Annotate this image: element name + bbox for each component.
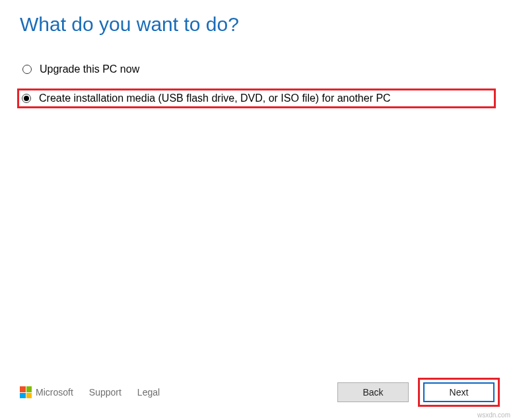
footer: Microsoft Support Legal Back Next: [20, 378, 500, 407]
back-button-wrap: Back: [337, 382, 409, 402]
microsoft-logo-icon: [20, 386, 32, 398]
footer-left: Microsoft Support Legal: [20, 386, 160, 398]
option-label: Upgrade this PC now: [40, 63, 139, 75]
option-label: Create installation media (USB flash dri…: [39, 92, 391, 104]
option-create-media[interactable]: Create installation media (USB flash dri…: [17, 88, 496, 108]
back-button[interactable]: Back: [337, 382, 409, 402]
legal-link[interactable]: Legal: [137, 387, 160, 398]
radio-icon: [22, 65, 32, 74]
brand-text: Microsoft: [36, 387, 73, 398]
footer-right: Back Next: [337, 378, 500, 407]
page-title: What do you want to do?: [20, 13, 493, 36]
next-button-wrap: Next: [418, 378, 500, 407]
option-upgrade-now[interactable]: Upgrade this PC now: [20, 61, 493, 78]
radio-icon: [22, 94, 31, 103]
options-group: Upgrade this PC now Create installation …: [20, 61, 493, 108]
microsoft-brand: Microsoft: [20, 386, 73, 398]
watermark: wsxdn.com: [477, 411, 510, 419]
next-button[interactable]: Next: [423, 382, 495, 402]
support-link[interactable]: Support: [89, 387, 121, 398]
